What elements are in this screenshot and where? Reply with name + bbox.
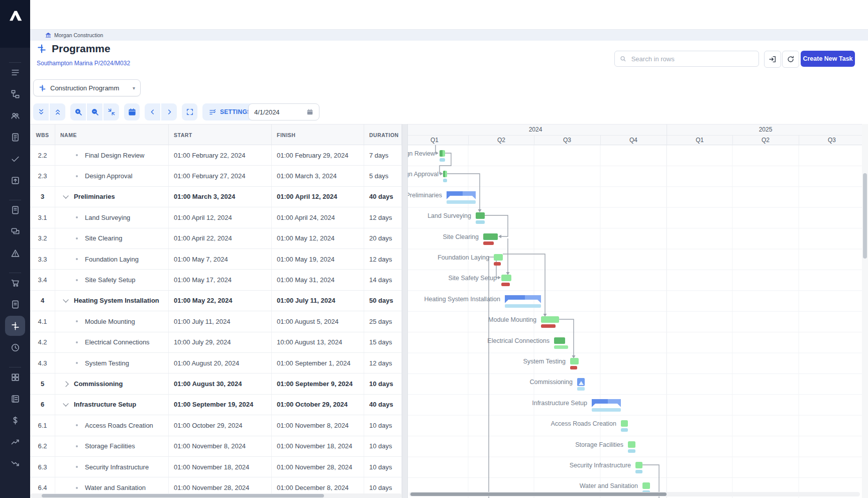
- gantt-task-bar[interactable]: [554, 337, 565, 344]
- gantt-quarter-label: Q1: [430, 137, 439, 144]
- column-header-wbs[interactable]: WBS: [30, 125, 55, 146]
- refresh-button[interactable]: [782, 51, 799, 68]
- table-row-3.3[interactable]: 3.3Foundation Laying01:00 May 7, 202401:…: [30, 249, 402, 270]
- table-row-4.3[interactable]: 4.3System Testing01:00 August 20, 202401…: [30, 353, 402, 374]
- sidebar-item-dollar-icon[interactable]: [5, 410, 25, 430]
- table-cell: 10:00 August 13, 2024: [272, 332, 364, 352]
- sidebar-item-gantt-icon[interactable]: [5, 316, 25, 336]
- table-row-3.4[interactable]: 3.4Site Safety Setup01:00 May 17, 202401…: [30, 270, 402, 290]
- app-logo[interactable]: [0, 0, 30, 48]
- column-header-duration[interactable]: DURATION: [364, 125, 402, 146]
- table-cell: 01:00 April 22, 2024: [169, 228, 272, 248]
- gantt-task-bar[interactable]: [621, 420, 628, 427]
- vertical-scrollbar[interactable]: [862, 124, 868, 498]
- gantt-task-label: Preliminaries: [408, 192, 442, 199]
- gantt-task-bar[interactable]: [440, 150, 445, 157]
- calendar-button[interactable]: [124, 103, 140, 120]
- gantt-chart: 20242025Q1Q2Q3Q4Q1Q2Q3 Final Design Revi…: [408, 124, 862, 498]
- gantt-summary-bar[interactable]: [505, 295, 541, 308]
- zoom-in-button[interactable]: [70, 103, 86, 120]
- gantt-task-bar[interactable]: [635, 462, 642, 468]
- gantt-task-bar[interactable]: [501, 275, 511, 281]
- zoom-out-button[interactable]: [87, 103, 102, 120]
- expand-chevron-icon[interactable]: [63, 381, 68, 387]
- gantt-summary-bar[interactable]: [592, 399, 621, 412]
- sidebar-item-clock-icon[interactable]: [5, 337, 25, 357]
- table-row-6[interactable]: 6Infrastructure Setup01:00 September 19,…: [30, 395, 402, 415]
- finish-date: 01:00 May 31, 2024: [277, 276, 335, 284]
- gantt-collapsed-summary-bar[interactable]: [577, 378, 585, 391]
- sidebar-item-trend-down-icon[interactable]: [5, 453, 25, 473]
- compress-button[interactable]: [103, 103, 119, 120]
- table-cell: 4.1: [30, 311, 55, 331]
- table-row-5[interactable]: 5Commissioning01:00 August 30, 202401:00…: [30, 374, 402, 394]
- create-new-task-button[interactable]: Create New Task: [801, 51, 855, 67]
- sidebar-item-hierarchy-icon[interactable]: [5, 84, 25, 104]
- gantt-task-bar[interactable]: [476, 212, 485, 219]
- table-row-3[interactable]: 3Preliminaries01:00 March 3, 202401:00 A…: [30, 187, 402, 207]
- gantt-baseline-bar: [554, 345, 568, 349]
- gantt-task-bar[interactable]: [541, 316, 559, 323]
- task-name: Infrastructure Setup: [74, 401, 136, 408]
- gantt-task-bar[interactable]: [628, 441, 635, 448]
- column-header-name[interactable]: NAME: [55, 125, 169, 146]
- table-row-6.2[interactable]: 6.2Storage Facilities01:00 November 8, 2…: [30, 436, 402, 457]
- gantt-task-bar[interactable]: [494, 254, 503, 261]
- collapse-chevron-icon[interactable]: [63, 297, 68, 303]
- date-field[interactable]: 4/1/2024: [248, 103, 319, 120]
- next-button[interactable]: [161, 103, 177, 120]
- sidebar-item-list-icon[interactable]: [5, 62, 25, 82]
- table-cell: 20 days: [364, 228, 402, 248]
- table-row-3.2[interactable]: 3.2Site Clearing01:00 April 22, 202401:0…: [30, 228, 402, 249]
- column-header-start[interactable]: START: [169, 125, 272, 146]
- gantt-task-bar[interactable]: [483, 233, 498, 240]
- task-name: Water and Sanitation: [85, 484, 146, 491]
- gantt-horizontal-scrollbar[interactable]: [409, 492, 860, 496]
- table-cell: 01:00 February 27, 2024: [169, 166, 272, 186]
- export-button[interactable]: [764, 51, 781, 68]
- prev-button[interactable]: [145, 103, 160, 120]
- collapse-chevron-icon[interactable]: [63, 401, 68, 407]
- sidebar-item-users-icon[interactable]: [5, 105, 25, 126]
- table-row-3.1[interactable]: 3.1Land Surveying01:00 April 12, 202401:…: [30, 207, 402, 228]
- sidebar-item-file-2-icon[interactable]: [5, 294, 25, 314]
- table-row-6.3[interactable]: 6.3Security Infrastructure01:00 November…: [30, 457, 402, 477]
- sidebar-item-file-icon[interactable]: [5, 200, 25, 220]
- fullscreen-button[interactable]: [182, 103, 197, 120]
- sidebar-item-document-icon[interactable]: [5, 127, 25, 147]
- gantt-summary-bar[interactable]: [447, 191, 476, 204]
- table-row-4.1[interactable]: 4.1Module Mounting01:00 July 11, 202401:…: [30, 311, 402, 332]
- table-row-6.1[interactable]: 6.1Access Roads Creation01:00 October 29…: [30, 415, 402, 436]
- sidebar-item-check-icon[interactable]: [5, 149, 25, 169]
- gantt-task-bar[interactable]: [443, 171, 447, 177]
- gantt-task-bar[interactable]: [570, 358, 579, 364]
- bullet-icon: [76, 341, 78, 343]
- breadcrumb[interactable]: Morgan Construction: [30, 29, 868, 41]
- sidebar-item-file-upload-icon[interactable]: [5, 170, 25, 190]
- sidebar-item-trend-up-icon[interactable]: [5, 432, 25, 452]
- search-input[interactable]: [630, 55, 753, 63]
- sidebar-item-rows-icon[interactable]: [5, 389, 25, 409]
- collapse-all-button[interactable]: [33, 103, 49, 120]
- column-header-finish[interactable]: FINISH: [272, 125, 364, 146]
- project-subtitle-link[interactable]: Southampton Marina P/2024/M032: [37, 60, 130, 67]
- gantt-task-label: Electrical Connections: [487, 337, 550, 344]
- collapse-chevron-icon[interactable]: [63, 193, 68, 199]
- sidebar-item-grid-icon[interactable]: [5, 367, 25, 387]
- expand-all-button[interactable]: [50, 103, 65, 120]
- view-selector-dropdown[interactable]: Construction Programm ▾: [33, 79, 141, 96]
- gantt-task-bar[interactable]: [642, 482, 650, 489]
- table-row-4[interactable]: 4Heating System Installation01:00 May 22…: [30, 291, 402, 311]
- table-cell: 5 days: [364, 166, 402, 186]
- table-horizontal-scrollbar[interactable]: [30, 493, 402, 498]
- table-cell: 01:00 February 22, 2024: [169, 145, 272, 165]
- sidebar-item-warning-icon[interactable]: [5, 243, 25, 263]
- sidebar-item-chat-icon[interactable]: [5, 221, 25, 241]
- table-cell: 3.3: [30, 249, 55, 269]
- table-row-4.2[interactable]: 4.2Electrical Connections10:00 July 29, …: [30, 332, 402, 353]
- table-gantt-splitter[interactable]: [402, 124, 408, 498]
- sidebar-item-cart-icon[interactable]: [5, 273, 25, 293]
- table-cell: 01:00 August 20, 2024: [169, 353, 272, 373]
- table-row-2.2[interactable]: 2.2Final Design Review01:00 February 22,…: [30, 145, 402, 166]
- table-row-2.3[interactable]: 2.3Design Approval01:00 February 27, 202…: [30, 166, 402, 186]
